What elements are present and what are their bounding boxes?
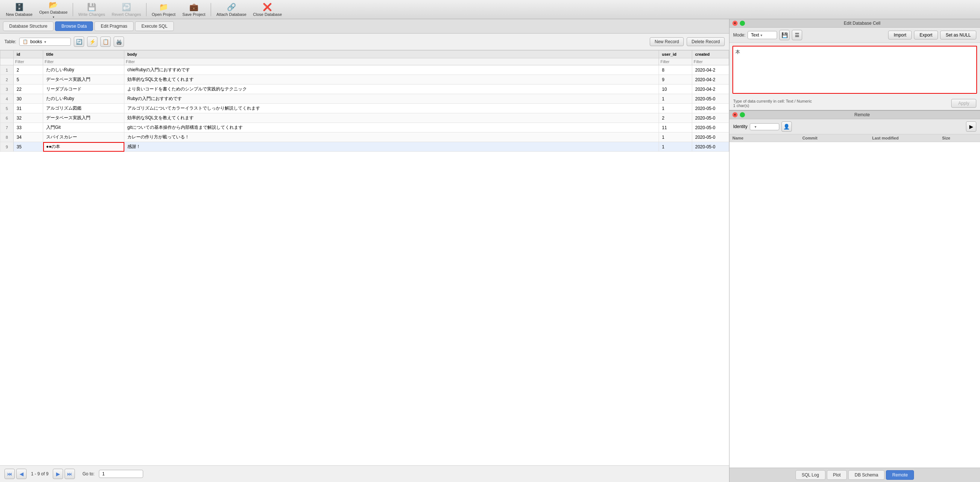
cell-body[interactable]: カレーの作り方が載っている！ (124, 132, 659, 142)
next-page-button[interactable]: ▶ (53, 469, 63, 479)
cell-created[interactable]: 2020-05-0 (692, 142, 729, 152)
table-row[interactable]: 632データベース実践入門効率的なSQL文を教えてくれます22020-05-0 (0, 113, 729, 123)
import-button[interactable]: Import (888, 31, 912, 40)
cell-userid[interactable]: 8 (659, 65, 692, 75)
tab-execute-sql[interactable]: Execute SQL (135, 21, 174, 31)
remote-icon-btn[interactable]: 👤 (781, 121, 792, 132)
table-row[interactable]: 25データベース実践入門効率的なSQL文を教えてくれます92020-04-2 (0, 75, 729, 84)
cell-body[interactable]: アルゴリズムについてカラーイラストでしっかり解説してくれます (124, 104, 659, 113)
filter-created-input[interactable] (694, 59, 727, 64)
table-row[interactable]: 935●●の本感謝！12020-05-0 (0, 142, 729, 152)
cell-created[interactable]: 2020-05-0 (692, 104, 729, 113)
cell-title[interactable]: たのしいRuby (43, 94, 124, 104)
cell-id[interactable]: 34 (14, 132, 43, 142)
cell-created[interactable]: 2020-05-0 (692, 132, 729, 142)
cell-userid[interactable]: 9 (659, 75, 692, 84)
tab-remote[interactable]: Remote (886, 470, 914, 480)
cell-body[interactable]: 感謝！ (124, 142, 659, 152)
mode-selector[interactable]: Text ▾ (748, 31, 777, 39)
apply-button[interactable]: Apply (951, 99, 976, 108)
tab-plot[interactable]: Plot (827, 470, 847, 480)
cell-title[interactable]: データベース実践入門 (43, 113, 124, 123)
new-record-button[interactable]: New Record (650, 37, 684, 46)
cell-userid[interactable]: 1 (659, 132, 692, 142)
edit-cell-restore-button[interactable] (740, 21, 745, 26)
cell-created[interactable]: 2020-04-2 (692, 84, 729, 94)
cell-body[interactable]: 効率的なSQL文を教えてくれます (124, 75, 659, 84)
prev-page-button[interactable]: ◀ (16, 469, 27, 479)
cell-id[interactable]: 2 (14, 65, 43, 75)
edit-cell-close-button[interactable]: ✕ (732, 21, 738, 26)
tab-browse-data[interactable]: Browse Data (55, 21, 93, 31)
cell-created[interactable]: 2020-05-0 (692, 123, 729, 132)
cell-userid[interactable]: 11 (659, 123, 692, 132)
cell-id[interactable]: 32 (14, 113, 43, 123)
tab-db-schema[interactable]: DB Schema (848, 470, 885, 480)
remote-action-btn[interactable]: ▶ (966, 121, 976, 132)
cell-title[interactable]: アルゴリズム図鑑 (43, 104, 124, 113)
print-button[interactable]: 🖨️ (114, 37, 124, 47)
cell-editor-box[interactable]: 本 (732, 46, 977, 94)
table-selector[interactable]: 📋 books ▾ (19, 38, 71, 46)
cell-id[interactable]: 35 (14, 142, 43, 152)
cell-title[interactable]: ●●の本 (43, 142, 124, 152)
cell-body[interactable]: 効率的なSQL文を教えてくれます (124, 113, 659, 123)
attach-database-button[interactable]: 🔗 Attach Database (213, 1, 249, 18)
cell-title[interactable]: リーダブルコード (43, 84, 124, 94)
filter-user_id[interactable] (659, 58, 692, 65)
table-row[interactable]: 322リーダブルコードより良いコードを書くためのシンプルで実践的なテクニック10… (0, 84, 729, 94)
identity-selector[interactable]: ▾ (750, 123, 779, 130)
edit-cell-icon-btn-1[interactable]: 💾 (779, 30, 790, 40)
filter-title[interactable] (43, 58, 124, 65)
cell-id[interactable]: 22 (14, 84, 43, 94)
table-row[interactable]: 733入門Gitgitについての基本操作から内部構造まで解説してくれます1120… (0, 123, 729, 132)
cell-id[interactable]: 31 (14, 104, 43, 113)
cell-id[interactable]: 33 (14, 123, 43, 132)
cell-created[interactable]: 2020-04-2 (692, 65, 729, 75)
filter-title-input[interactable] (45, 59, 123, 64)
new-database-button[interactable]: 🗄️ New Database (3, 1, 35, 18)
cell-userid[interactable]: 1 (659, 104, 692, 113)
cell-created[interactable]: 2020-05-0 (692, 94, 729, 104)
open-database-button[interactable]: 📂 Open Database ▾ (36, 0, 70, 20)
refresh-button[interactable]: 🔄 (74, 37, 84, 47)
cell-id[interactable]: 30 (14, 94, 43, 104)
cell-title[interactable]: スパイスカレー (43, 132, 124, 142)
write-changes-button[interactable]: 💾 Write Changes (75, 1, 108, 18)
cell-body[interactable]: chieRubyの入門におすすめです (124, 65, 659, 75)
table-row[interactable]: 12たのしいRubychieRubyの入門におすすめです82020-04-2 (0, 65, 729, 75)
filter-body[interactable] (124, 58, 659, 65)
last-page-button[interactable]: ⏭ (65, 469, 75, 479)
save-project-button[interactable]: 💼 Save Project (179, 1, 208, 18)
cell-title[interactable]: データベース実践入門 (43, 75, 124, 84)
cell-title[interactable]: 入門Git (43, 123, 124, 132)
cell-body[interactable]: Rubyの入門におすすめです (124, 94, 659, 104)
cell-created[interactable]: 2020-04-2 (692, 75, 729, 84)
table-row[interactable]: 531アルゴリズム図鑑アルゴリズムについてカラーイラストでしっかり解説してくれま… (0, 104, 729, 113)
filter-body-input[interactable] (126, 59, 657, 64)
table-row[interactable]: 834スパイスカレーカレーの作り方が載っている！12020-05-0 (0, 132, 729, 142)
first-page-button[interactable]: ⏮ (5, 469, 15, 479)
export-button[interactable]: Export (914, 31, 938, 40)
remote-restore-button[interactable] (740, 112, 745, 118)
filter-button[interactable]: ⚡ (87, 37, 97, 47)
tab-sql-log[interactable]: SQL Log (795, 470, 826, 480)
tab-database-structure[interactable]: Database Structure (3, 21, 54, 31)
filter-id[interactable] (14, 58, 43, 65)
copy-button[interactable]: 📋 (100, 37, 111, 47)
cell-userid[interactable]: 10 (659, 84, 692, 94)
cell-userid[interactable]: 2 (659, 113, 692, 123)
delete-record-button[interactable]: Delete Record (687, 37, 725, 46)
edit-cell-icon-btn-2[interactable]: ☰ (792, 30, 802, 40)
cell-body[interactable]: gitについての基本操作から内部構造まで解説してくれます (124, 123, 659, 132)
goto-input[interactable] (99, 470, 143, 478)
cell-body[interactable]: より良いコードを書くためのシンプルで実践的なテクニック (124, 84, 659, 94)
cell-id[interactable]: 5 (14, 75, 43, 84)
cell-userid[interactable]: 1 (659, 94, 692, 104)
tab-edit-pragmas[interactable]: Edit Pragmas (94, 21, 134, 31)
filter-userid-input[interactable] (660, 59, 690, 64)
cell-userid[interactable]: 1 (659, 142, 692, 152)
cell-created[interactable]: 2020-05-0 (692, 113, 729, 123)
remote-close-button[interactable]: ✕ (732, 112, 738, 118)
open-project-button[interactable]: 📁 Open Project (149, 1, 178, 18)
